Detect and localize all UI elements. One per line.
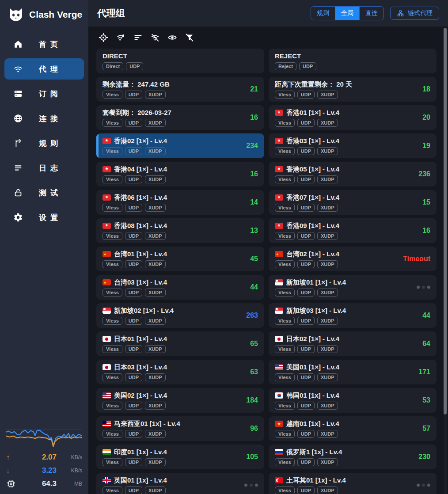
proxy-card[interactable]: 香港04 [1×] - Lv.4VlessUDPXUDP16 [96, 162, 264, 186]
proxy-mode-group: 规则全局直连 [311, 6, 384, 20]
eye-button[interactable] [167, 32, 178, 43]
mode-button-直连[interactable]: 直连 [360, 7, 383, 20]
proxy-tags: VlessUDPXUDP [275, 204, 396, 212]
latency-value: 65 [250, 340, 258, 348]
proxy-card[interactable]: 香港05 [1×] - Lv.4VlessUDPXUDP236 [269, 162, 437, 186]
upload-line [6, 436, 82, 447]
chain-proxy-button[interactable]: 链式代理 [390, 7, 439, 20]
latency-value: 15 [422, 198, 430, 206]
proxy-tag: Vless [103, 289, 122, 296]
proxy-tag: Vless [275, 204, 295, 212]
proxy-tags: VlessUDPXUDP [103, 430, 224, 438]
latency-value: 19 [422, 142, 430, 150]
eye-icon [167, 33, 177, 42]
proxy-name: 美国02 [1×] - Lv.4 [114, 391, 167, 399]
proxy-card[interactable]: 香港08 [1×] - Lv.4VlessUDPXUDP13 [96, 218, 264, 243]
proxy-card[interactable]: 新加坡02 [1×] - Lv.4VlessUDPXUDP263 [96, 303, 264, 328]
mode-button-全局[interactable]: 全局 [335, 7, 360, 20]
flag-vn-icon [275, 421, 283, 427]
sidebar-item-label: 规则 [39, 138, 62, 148]
unlock-icon [12, 187, 24, 198]
wifi-off-button[interactable] [150, 32, 160, 43]
proxy-name: 香港07 [1×] - Lv.4 [286, 194, 339, 201]
proxy-card[interactable]: 土耳其01 [1x] - Lv.4VlessUDPXUDP [269, 473, 437, 494]
sidebar-item-tests[interactable]: 测试 [4, 182, 84, 203]
proxy-card[interactable]: 台湾03 [1×] - Lv.4VlessUDPXUDP44 [96, 275, 264, 300]
filter-off-button[interactable] [184, 32, 195, 43]
proxy-tag: Direct [103, 62, 123, 70]
scrollbar-thumb[interactable] [444, 28, 447, 414]
proxy-card[interactable]: 剩余流量： 247.42 GBVlessUDPXUDP21 [96, 77, 264, 102]
flag-hk-icon [103, 194, 111, 201]
proxy-tags: VlessUDPXUDP [103, 373, 224, 381]
proxy-tag: XUDP [317, 345, 338, 353]
proxy-card[interactable]: 日本03 [1×] - Lv.4VlessUDPXUDP63 [96, 360, 264, 384]
latency-value: 44 [422, 312, 430, 319]
proxy-content: DIRECTDirectUDPREJECTRejectUDP剩余流量： 247.… [88, 27, 448, 494]
proxy-tag: XUDP [317, 147, 338, 155]
proxy-card[interactable]: 香港02 [1×] - Lv.4VlessUDPXUDP234 [96, 133, 264, 158]
upload-value: 2.07 [16, 453, 57, 462]
proxy-card[interactable]: 新加坡03 [1×] - Lv.4VlessUDPXUDP44 [269, 303, 437, 328]
sidebar-item-label: 设置 [39, 213, 62, 223]
download-value: 3.23 [16, 466, 57, 475]
locate-button[interactable] [98, 32, 109, 43]
proxy-card[interactable]: 韩国01 [1x] - Lv.4VlessUDPXUDP53 [269, 388, 437, 413]
sidebar-nav: 首页代理订阅连接规则日志测试设置 [0, 29, 88, 232]
proxy-card[interactable]: 距离下次重置剩余： 20 天VlessUDPXUDP18 [269, 77, 437, 102]
proxy-card[interactable]: 印度01 [1x] - Lv.4VlessUDPXUDP105 [96, 445, 264, 469]
mode-button-规则[interactable]: 规则 [311, 7, 335, 20]
proxy-tag: XUDP [317, 430, 338, 438]
proxy-card[interactable]: 台湾02 [1×] - Lv.4VlessUDPXUDPTimeout [269, 247, 437, 271]
proxy-card[interactable]: REJECTRejectUDP [269, 49, 437, 73]
proxy-card[interactable]: 英国01 [1x] - Lv.4VlessUDPXUDP [96, 473, 264, 494]
latency-value: 57 [422, 425, 430, 433]
proxy-name: 土耳其01 [1x] - Lv.4 [286, 476, 346, 484]
proxy-name: 新加坡02 [1×] - Lv.4 [114, 307, 174, 315]
proxy-card[interactable]: 俄罗斯1 [1x] - Lv.4VlessUDPXUDP230 [269, 445, 437, 469]
proxy-card[interactable]: 新加坡01 [1×] - Lv.4VlessUDPXUDP [269, 275, 437, 300]
proxy-tags: DirectUDP [103, 62, 224, 70]
sidebar-item-label: 连接 [39, 114, 62, 124]
proxy-card[interactable]: 套餐到期： 2026-03-27VlessUDPXUDP16 [96, 105, 264, 130]
sidebar-item-settings[interactable]: 设置 [4, 207, 84, 228]
sidebar-item-connections[interactable]: 连接 [4, 108, 84, 129]
proxy-card[interactable]: 日本02 [1×] - Lv.4VlessUDPXUDP64 [269, 331, 437, 356]
proxy-tag: Vless [103, 260, 122, 268]
proxy-card[interactable]: 日本01 [1×] - Lv.4VlessUDPXUDP65 [96, 331, 264, 356]
proxy-tags: VlessUDPXUDP [103, 91, 224, 99]
sidebar-item-logs[interactable]: 日志 [4, 157, 84, 179]
proxy-card[interactable]: 香港01 [1×] - Lv.4VlessUDPXUDP20 [269, 105, 437, 130]
proxy-card[interactable]: DIRECTDirectUDP [96, 49, 264, 73]
proxy-tags: VlessUDPXUDP [103, 260, 224, 268]
proxy-tag: Vless [275, 232, 295, 240]
proxy-card[interactable]: 马来西亚01 [1x] - Lv.4VlessUDPXUDP96 [96, 416, 264, 441]
proxy-card[interactable]: 香港03 [1×] - Lv.4VlessUDPXUDP19 [269, 133, 437, 158]
proxy-card[interactable]: 越南01 [1x] - Lv.4VlessUDPXUDP57 [269, 416, 437, 441]
proxy-tag: UDP [125, 119, 142, 127]
proxy-card[interactable]: 美国01 [1×] - Lv.4VlessUDPXUDP171 [269, 360, 437, 384]
proxy-card[interactable]: 香港07 [1×] - Lv.4VlessUDPXUDP15 [269, 190, 437, 215]
sidebar-item-rules[interactable]: 规则 [4, 133, 84, 154]
traffic-graph [6, 423, 82, 451]
up-arrow-icon: ↑ [6, 453, 16, 461]
proxy-tags: VlessUDPXUDP [275, 289, 396, 296]
proxy-name: 香港02 [1×] - Lv.4 [114, 137, 167, 145]
proxy-card[interactable]: 美国02 [1×] - Lv.4VlessUDPXUDP184 [96, 388, 264, 413]
proxy-card[interactable]: 香港06 [1×] - Lv.4VlessUDPXUDP14 [96, 190, 264, 215]
proxy-tag: UDP [297, 345, 315, 353]
sidebar-item-profiles[interactable]: 订阅 [4, 83, 84, 104]
proxy-tags: VlessUDPXUDP [103, 486, 224, 494]
proxy-card[interactable]: 台湾01 [1×] - Lv.4VlessUDPXUDP45 [96, 247, 264, 271]
header-actions: 规则全局直连 链式代理 [311, 6, 439, 20]
proxy-tag: UDP [297, 458, 315, 466]
network-check-button[interactable] [115, 32, 126, 43]
flag-us-icon [103, 392, 111, 399]
sidebar-item-home[interactable]: 首页 [4, 34, 84, 55]
proxy-tag: UDP [125, 486, 142, 494]
sidebar-item-proxies[interactable]: 代理 [4, 58, 84, 80]
sort-button[interactable] [133, 32, 143, 43]
proxy-tag: Vless [103, 119, 122, 127]
proxy-card[interactable]: 香港09 [1×] - Lv.4VlessUDPXUDP16 [269, 218, 437, 243]
sidebar-item-label: 首页 [39, 39, 62, 49]
